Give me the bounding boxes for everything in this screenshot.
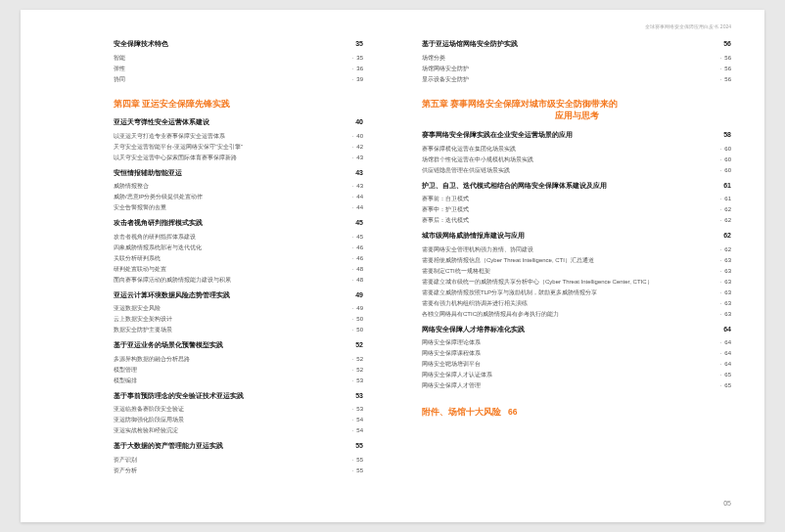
toc-item: 多源异构数据的融合分析思路·52	[114, 355, 363, 364]
section-title: 护卫、自卫、迭代模式相结合的网络安全保障体系建设及应用	[422, 181, 607, 192]
toc-item: 亚运数据安全风险·49	[114, 304, 363, 313]
section-heading: 网络安全保障人才培养标准化实践 64	[422, 325, 731, 335]
toc-item: 赛事后：迭代模式·62	[422, 216, 731, 225]
toc-item: 网络安全保障理论体系·64	[422, 338, 731, 347]
toc-item: 需要建立城市级统一的威胁情报共享分析中心（Cyber Threat Intell…	[422, 278, 731, 287]
toc-item: 亚运实战检验和经验沉淀·54	[114, 426, 363, 435]
toc-item: 以亚运天穹打造专业赛事保障安全运营体系·40	[114, 132, 363, 141]
page-number: 05	[723, 499, 731, 510]
toc-item: 研判处置联动与处置·48	[114, 265, 363, 274]
section-page: 53	[355, 391, 363, 402]
section-title: 亚运天穹弹性安全运营体系建设	[114, 117, 209, 128]
section-heading: 亚运云计算环境数据风险态势管理实践 49	[114, 290, 363, 301]
section-heading: 安恒情报辅助智能亚运 43	[114, 168, 363, 179]
toc-item: 需要有强力机构组织协调并进行相关演练·63	[422, 299, 731, 308]
toc-item: 亚运防御强化阶段应用场景·54	[114, 416, 363, 424]
toc-item: 需要制定CTI统一规格框架·63	[422, 267, 731, 276]
section-title: 赛事网络安全保障实践在企业安全运营场景的应用	[422, 130, 573, 141]
section-page: 40	[355, 117, 363, 128]
chapter-title: 第四章 亚运安全保障先锋实践	[114, 98, 363, 111]
section-title: 亚运云计算环境数据风险态势管理实践	[114, 290, 230, 301]
toc-item: 网络安全靶场培训平台·64	[422, 360, 731, 369]
section-title: 城市级网络威胁情报库建设与应用	[422, 231, 525, 242]
section-heading: 基于大数据的资产管理能力亚运实践 55	[114, 441, 363, 452]
section-page: 64	[723, 325, 731, 335]
section-heading: 护卫、自卫、迭代模式相结合的网络安全保障体系建设及应用 61	[422, 181, 731, 192]
toc-item: 天穹安全运营智能平台-亚运网络安保守“安全引擎”·42	[114, 143, 363, 152]
section-page: 45	[355, 218, 363, 229]
toc-item: 供应链隐患管理在供应链场景实践·60	[422, 166, 731, 175]
toc-item: 亚运临推备赛阶段安全验证·53	[114, 405, 363, 414]
toc-item: 威胁情报整合·43	[114, 182, 363, 191]
toc-item: 网络安全保障课程体系·64	[422, 349, 731, 358]
toc-item: 关联分析研判系统·46	[114, 254, 363, 263]
section-heading: 城市级网络威胁情报库建设与应用 62	[422, 231, 731, 242]
section-page: 52	[355, 340, 363, 351]
section-title: 安恒情报辅助智能亚运	[114, 168, 182, 179]
section-page: 49	[355, 290, 363, 301]
section-page: 43	[355, 168, 363, 179]
toc-item: 攻击者视角的研判指挥体系建设·45	[114, 233, 363, 242]
toc-item: 模型管理·52	[114, 366, 363, 375]
toc-item: 模型编排·53	[114, 377, 363, 385]
toc-item: 网络安全保障人才认证体系·65	[422, 371, 731, 379]
page-spread: 安全保障技术特色 35 智能·35 弹性·36 协同·39 第四章 亚运安全保障…	[21, 10, 764, 522]
section-heading: 亚运天穹弹性安全运营体系建设 40	[114, 117, 363, 128]
toc-item: 威胁/恶意IP分类分级提供处置动作·44	[114, 193, 363, 201]
toc-item: 协同·39	[114, 75, 363, 84]
section-title: 基于大数据的资产管理能力亚运实践	[114, 441, 223, 452]
section-title: 网络安全保障人才培养标准化实践	[422, 325, 525, 335]
toc-item: 各独立网络具有CTIC的威胁情报具有参考执行的能力·63	[422, 310, 731, 319]
toc-item: 以天穹安全运营中心探索国际体育赛事保障新路·43	[114, 154, 363, 162]
toc-item: 资产分析·55	[114, 466, 363, 475]
chapter-title: 第五章 赛事网络安全保障对城市级安全防御带来的 应用与思考	[422, 98, 731, 123]
toc-item: 智能·35	[114, 54, 363, 63]
toc-item: 需要相使威胁情报信息（Cyber Threat Intelligence, CT…	[422, 256, 731, 265]
toc-item: 四象威胁情报系统部署与迭代优化·46	[114, 244, 363, 252]
section-page: 61	[723, 181, 731, 192]
section-heading: 基于亚运场馆网络安全防护实践 56	[422, 39, 731, 50]
page-right: 全球赛事网络安全保障应用白皮书 2024 基于亚运场馆网络安全防护实践 56 场…	[392, 10, 764, 522]
section-heading: 赛事网络安全保障实践在企业安全运营场景的应用 58	[422, 130, 731, 141]
toc-item: 数据安全防护主要场景·50	[114, 326, 363, 334]
section-page: 56	[723, 39, 731, 50]
toc-item: 网络安全保障人才管理·65	[422, 381, 731, 390]
toc-item: 场馆分类·56	[422, 54, 731, 63]
toc-item: 面向赛事保障活动的威胁情报能力建设与积累·48	[114, 276, 363, 285]
section-title: 基于亚运业务的场景化预警模型实践	[114, 340, 223, 351]
toc-item: 场馆群个性化运营在中小规模机构场景实践·60	[422, 155, 731, 164]
toc-item: 资产识别·55	[114, 456, 363, 465]
toc-item: 场馆网络安全防护·56	[422, 65, 731, 73]
toc-item: 赛事前：自卫模式·61	[422, 195, 731, 203]
toc-item: 赛事中：护卫模式·62	[422, 205, 731, 214]
page-left: 安全保障技术特色 35 智能·35 弹性·36 协同·39 第四章 亚运安全保障…	[21, 10, 392, 522]
header-text: 全球赛事网络安全保障应用白皮书 2024	[645, 23, 731, 31]
section-title: 攻击者视角研判指挥模式实践	[114, 218, 203, 229]
section-page: 58	[723, 130, 731, 141]
section-page: 62	[723, 231, 731, 242]
section-heading: 攻击者视角研判指挥模式实践 45	[114, 218, 363, 229]
toc-item: 安全告警报警的去重·44	[114, 203, 363, 212]
section-title: 基于事前预防理念的安全验证技术亚运实践	[114, 391, 244, 402]
section-title: 基于亚运场馆网络安全防护实践	[422, 39, 518, 50]
toc-item: 需要网络安全管理机构强力推情、协同建设·62	[422, 245, 731, 254]
toc-item: 弹性·36	[114, 65, 363, 73]
section-heading: 基于亚运业务的场景化预警模型实践 52	[114, 340, 363, 351]
section-page: 35	[355, 39, 363, 50]
appendix-title: 附件、场馆十大风险 66	[422, 406, 731, 419]
section-heading: 基于事前预防理念的安全验证技术亚运实践 53	[114, 391, 363, 402]
toc-item: 需要建立威胁情报按照TLP分享与激励机制，鼓励更多威胁情报分享·63	[422, 288, 731, 297]
section-title: 安全保障技术特色	[114, 39, 168, 50]
toc-item: 赛事保障横化运营在集团化场景实践·60	[422, 145, 731, 154]
section-heading: 安全保障技术特色 35	[114, 39, 363, 50]
toc-item: 显示设备安全防护·56	[422, 75, 731, 84]
section-page: 55	[355, 441, 363, 452]
toc-item: 云上数据安全架构设计·50	[114, 315, 363, 324]
